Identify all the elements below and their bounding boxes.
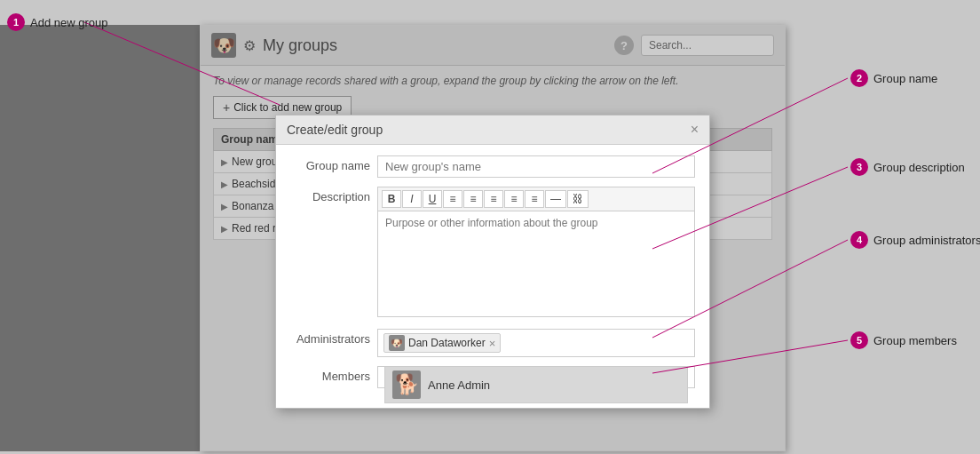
admins-field[interactable]: 🐶 Dan Dataworker × — [377, 329, 695, 357]
callout-2: 2 Group name — [850, 69, 937, 87]
callout-circle-4: 4 — [850, 231, 868, 249]
sidebar — [0, 25, 200, 451]
group-name-label: Group name — [290, 155, 370, 172]
callout-1: 1 Add new group — [7, 13, 107, 31]
autocomplete-dropdown: 🐕 Anne Admin — [384, 366, 688, 403]
create-edit-group-modal: Create/edit group × Group name Descripti… — [275, 115, 710, 409]
admin-tag: 🐶 Dan Dataworker × — [383, 333, 501, 353]
remove-admin-button[interactable]: × — [489, 337, 496, 350]
callout-text-1: Add new group — [30, 16, 107, 29]
callout-text-4: Group administrators — [873, 234, 980, 247]
modal-title: Create/edit group — [287, 123, 383, 137]
description-row: Description B I U ≡ ≡ ≡ ≡ ≡ — ⛓ — [290, 187, 695, 320]
members-row: Members 🐕 Anne Admin — [290, 366, 695, 388]
modal-header: Create/edit group × — [276, 115, 709, 145]
members-label: Members — [290, 366, 370, 383]
admin-avatar: 🐶 — [389, 335, 405, 351]
ordered-list-button[interactable]: ≡ — [525, 190, 544, 208]
modal-body: Group name Description B I U ≡ ≡ ≡ — [276, 145, 709, 408]
callout-5: 5 Group members — [850, 331, 957, 349]
align-center-button[interactable]: ≡ — [463, 190, 483, 208]
admins-row: Administrators 🐶 Dan Dataworker × — [290, 329, 695, 357]
callout-circle-3: 3 — [850, 158, 868, 176]
align-right-button[interactable]: ≡ — [484, 190, 503, 208]
autocomplete-item[interactable]: 🐕 Anne Admin — [385, 367, 687, 402]
description-toolbar: B I U ≡ ≡ ≡ ≡ ≡ — ⛓ — [377, 187, 695, 211]
modal-overlay: Create/edit group × Group name Descripti… — [201, 26, 785, 450]
description-label: Description — [290, 187, 370, 203]
admins-label: Administrators — [290, 329, 370, 346]
description-area: B I U ≡ ≡ ≡ ≡ ≡ — ⛓ — [377, 187, 695, 320]
autocomplete-name: Anne Admin — [428, 378, 490, 392]
callout-text-3: Group description — [873, 161, 965, 174]
description-textarea[interactable] — [377, 211, 695, 317]
autocomplete-avatar: 🐕 — [392, 370, 421, 399]
bold-button[interactable]: B — [382, 190, 401, 208]
callout-text-5: Group members — [873, 334, 957, 347]
list-button[interactable]: ≡ — [504, 190, 524, 208]
indent-button[interactable]: — — [545, 190, 566, 208]
callout-circle-5: 5 — [850, 331, 868, 349]
link-button[interactable]: ⛓ — [567, 190, 589, 208]
callout-3: 3 Group description — [850, 158, 965, 176]
align-left-button[interactable]: ≡ — [443, 190, 462, 208]
italic-button[interactable]: I — [402, 190, 422, 208]
callout-text-2: Group name — [873, 72, 937, 85]
admin-name: Dan Dataworker — [408, 337, 486, 349]
callout-circle-2: 2 — [850, 69, 868, 87]
underline-button[interactable]: U — [423, 190, 442, 208]
modal-close-button[interactable]: × — [691, 123, 699, 137]
group-name-input[interactable] — [377, 155, 695, 178]
group-name-row: Group name — [290, 155, 695, 178]
callout-4: 4 Group administrators — [850, 231, 980, 249]
main-app: 🐶 ⚙ My groups ? To view or manage record… — [200, 25, 786, 451]
callout-circle-1: 1 — [7, 13, 25, 31]
